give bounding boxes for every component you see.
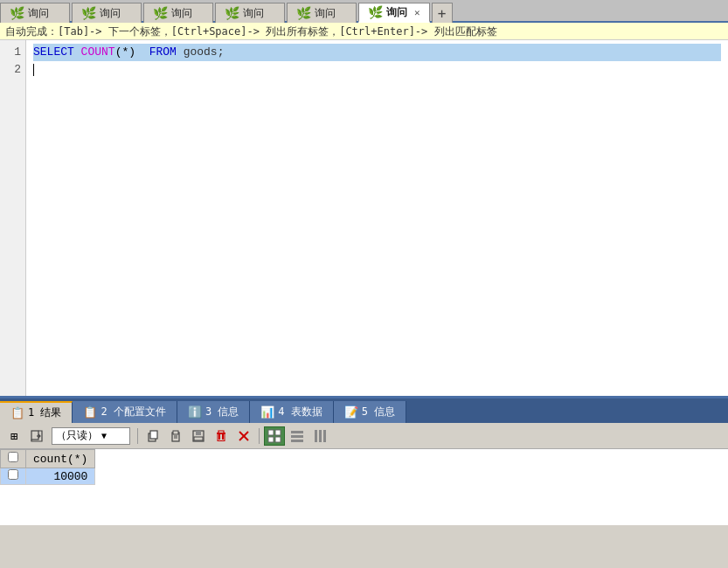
row-view-button[interactable] <box>287 426 308 446</box>
svg-rect-20 <box>275 437 281 442</box>
select-all-checkbox[interactable] <box>8 452 18 462</box>
result-tab-2-label: 2 个配置文件 <box>101 405 165 419</box>
result-tab-4[interactable]: 📊 4 表数据 <box>250 401 333 423</box>
kw-count: COUNT <box>81 44 115 61</box>
svg-rect-22 <box>291 435 303 438</box>
row-checkbox-cell[interactable] <box>1 468 26 485</box>
tab-6-label: 询问 <box>386 5 407 20</box>
tab-3[interactable]: 🌿 询问 <box>143 3 213 23</box>
svg-rect-24 <box>315 430 317 442</box>
grid2-button[interactable] <box>264 426 285 446</box>
svg-rect-19 <box>268 437 274 442</box>
editor-area[interactable]: 1 2 SELECT COUNT(*) FROM goods; <box>0 40 728 398</box>
line-num-1: 1 <box>0 44 21 61</box>
svg-rect-23 <box>291 440 303 442</box>
tab-1-label: 询问 <box>28 6 49 21</box>
tab-4[interactable]: 🌿 询问 <box>215 3 285 23</box>
tab-5-icon: 🌿 <box>296 6 311 20</box>
editor-content[interactable]: SELECT COUNT(*) FROM goods; <box>26 40 728 396</box>
kw-from: FROM <box>135 44 184 61</box>
col-icon <box>313 429 327 443</box>
dropdown-arrow-icon: ▼ <box>101 431 107 440</box>
copy-button[interactable] <box>142 426 163 446</box>
result-table: count(*) 10000 <box>0 449 95 485</box>
kw-paren: (*) <box>115 44 135 61</box>
tab-6-close[interactable]: ✕ <box>414 7 420 18</box>
result-tab-3[interactable]: ℹ️ 3 信息 <box>177 401 250 423</box>
kw-table: goods; <box>184 44 225 61</box>
tab-1[interactable]: 🌿 询问 <box>0 3 70 23</box>
result-tab-2[interactable]: 📋 2 个配置文件 <box>73 401 177 423</box>
svg-rect-10 <box>194 437 203 440</box>
row-checkbox[interactable] <box>8 469 18 480</box>
tab-1-icon: 🌿 <box>10 6 24 20</box>
result-tab-1-icon: 📋 <box>10 406 24 419</box>
result-tab-5[interactable]: 📝 5 信息 <box>334 401 406 423</box>
tab-bar: 🌿 询问 🌿 询问 🌿 询问 🌿 询问 🌿 询问 🌿 询问 ✕ + <box>0 0 728 23</box>
col-view-button[interactable] <box>309 426 330 446</box>
tab-6-icon: 🌿 <box>368 5 383 19</box>
result-tab-4-icon: 📊 <box>260 405 274 419</box>
svg-rect-3 <box>150 431 157 439</box>
col-header-count: count(*) <box>26 450 95 468</box>
paste-button[interactable] <box>165 426 186 446</box>
result-tab-5-label: 5 信息 <box>362 405 395 419</box>
result-tabs: 📋 1 结果 📋 2 个配置文件 ℹ️ 3 信息 📊 4 表数据 📝 5 信息 <box>0 398 728 423</box>
kw-select: SELECT <box>33 44 81 61</box>
paste-icon <box>169 429 183 443</box>
tab-2[interactable]: 🌿 询问 <box>72 3 142 23</box>
svg-rect-0 <box>31 431 38 440</box>
result-tab-3-icon: ℹ️ <box>188 405 202 419</box>
line-numbers: 1 2 <box>0 40 26 396</box>
row-value-count: 10000 <box>26 468 95 485</box>
editor-cursor <box>33 64 34 76</box>
tab-2-icon: 🌿 <box>81 6 96 20</box>
result-tab-1-label: 1 结果 <box>28 405 61 420</box>
tab-4-label: 询问 <box>243 6 264 21</box>
tab-6[interactable]: 🌿 询问 ✕ <box>358 3 430 23</box>
svg-rect-5 <box>173 431 178 434</box>
toolbar-sep-1 <box>137 428 138 444</box>
tab-2-label: 询问 <box>100 6 121 21</box>
sql-line-1: SELECT COUNT(*) FROM goods; <box>33 44 721 61</box>
save-icon <box>191 429 205 443</box>
result-tab-4-label: 4 表数据 <box>278 405 322 419</box>
delete-button[interactable] <box>211 426 232 446</box>
save-button[interactable] <box>188 426 209 446</box>
readonly-dropdown[interactable]: （只读） ▼ <box>52 427 130 445</box>
tab-4-icon: 🌿 <box>225 6 239 20</box>
copy-icon <box>146 429 160 443</box>
readonly-label: （只读） <box>56 428 98 443</box>
result-tab-5-icon: 📝 <box>344 405 358 419</box>
svg-rect-18 <box>275 430 281 435</box>
result-tab-2-icon: 📋 <box>83 405 97 419</box>
export-icon <box>30 429 44 443</box>
grid2-icon <box>267 429 281 443</box>
svg-rect-9 <box>196 431 201 435</box>
line-num-2: 2 <box>0 61 21 79</box>
sql-line-2 <box>33 61 721 79</box>
table-row[interactable]: 10000 <box>1 468 95 485</box>
tab-5-label: 询问 <box>315 6 336 21</box>
result-toolbar: ⊞ （只读） ▼ <box>0 423 728 449</box>
export-button[interactable] <box>26 426 47 446</box>
tab-add-button[interactable]: + <box>432 3 453 23</box>
tab-5[interactable]: 🌿 询问 <box>287 3 357 23</box>
toolbar-sep-2 <box>259 428 260 444</box>
delete-icon <box>214 429 228 443</box>
result-panel: 📋 1 结果 📋 2 个配置文件 ℹ️ 3 信息 📊 4 表数据 📝 5 信息 … <box>0 398 728 525</box>
svg-rect-17 <box>268 430 274 435</box>
col-header-checkbox <box>1 450 26 468</box>
result-table-area[interactable]: count(*) 10000 <box>0 449 728 525</box>
tab-3-label: 询问 <box>171 6 192 21</box>
svg-rect-12 <box>218 434 220 440</box>
svg-rect-26 <box>323 430 326 442</box>
svg-rect-25 <box>319 430 322 442</box>
svg-rect-21 <box>291 431 303 433</box>
clear-icon <box>237 429 251 443</box>
result-tab-1[interactable]: 📋 1 结果 <box>0 401 73 423</box>
clear-button[interactable] <box>233 426 254 446</box>
grid-button[interactable]: ⊞ <box>3 426 24 446</box>
autocomplete-hint: 自动完成：[Tab]-> 下一个标签，[Ctrl+Space]-> 列出所有标签… <box>0 23 728 40</box>
row-icon <box>290 429 304 443</box>
